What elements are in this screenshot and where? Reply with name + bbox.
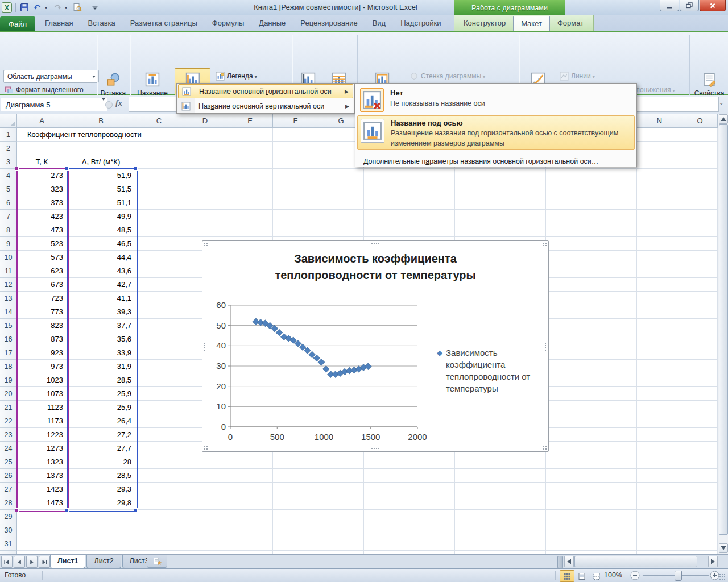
cell[interactable] — [592, 523, 637, 537]
cell[interactable] — [546, 196, 592, 210]
cell[interactable] — [364, 196, 410, 210]
cell[interactable] — [135, 169, 183, 182]
cell[interactable] — [17, 523, 67, 537]
redo-dropdown[interactable]: ▾ — [65, 2, 70, 13]
cell[interactable] — [364, 483, 410, 496]
cell[interactable] — [183, 182, 228, 196]
cell[interactable] — [273, 223, 318, 237]
cell[interactable] — [682, 496, 718, 510]
cell[interactable] — [592, 455, 637, 469]
cell[interactable] — [273, 469, 318, 483]
cell[interactable] — [546, 223, 592, 237]
cell[interactable] — [500, 196, 546, 210]
cell[interactable] — [500, 223, 546, 237]
cell[interactable] — [546, 537, 592, 551]
cell[interactable] — [318, 496, 364, 510]
cell[interactable] — [682, 237, 718, 251]
cell[interactable] — [318, 523, 364, 537]
page-break-view-button[interactable] — [589, 570, 604, 582]
cell[interactable] — [135, 401, 183, 414]
cell[interactable] — [183, 483, 228, 496]
cell[interactable] — [637, 278, 682, 292]
cell[interactable] — [546, 305, 592, 319]
cell[interactable] — [67, 142, 135, 155]
cell[interactable]: 1273 — [17, 442, 67, 455]
cell[interactable]: 1373 — [17, 469, 67, 483]
row-header[interactable]: 16 — [0, 332, 17, 346]
cell[interactable] — [228, 169, 273, 182]
cell[interactable] — [546, 210, 592, 223]
cell[interactable]: 273 — [17, 169, 67, 182]
cell[interactable] — [318, 469, 364, 483]
data-point-marker[interactable] — [276, 329, 283, 336]
cell[interactable] — [592, 196, 637, 210]
cell[interactable] — [364, 182, 410, 196]
cell[interactable] — [318, 182, 364, 196]
cell[interactable]: 1473 — [17, 496, 67, 510]
cell[interactable]: 46,5 — [67, 237, 135, 251]
cell[interactable] — [592, 305, 637, 319]
cell[interactable] — [135, 278, 183, 292]
selection-handle[interactable] — [134, 508, 138, 512]
cell[interactable] — [592, 223, 637, 237]
row-header[interactable]: 18 — [0, 360, 17, 373]
cell[interactable] — [637, 142, 682, 155]
sheet-tab[interactable]: Лист1 — [50, 555, 85, 568]
cell[interactable]: 723 — [17, 292, 67, 305]
cell[interactable] — [546, 401, 592, 414]
page-layout-view-button[interactable] — [574, 570, 589, 582]
cell[interactable] — [135, 142, 183, 155]
cell[interactable]: 623 — [17, 264, 67, 278]
resize-grip[interactable] — [719, 573, 726, 580]
cell[interactable]: 1323 — [17, 455, 67, 469]
cell[interactable]: 43,6 — [67, 264, 135, 278]
cell[interactable] — [546, 346, 592, 360]
cell[interactable]: 26,4 — [67, 414, 135, 428]
cell[interactable] — [183, 455, 228, 469]
cell[interactable] — [17, 537, 67, 551]
chart-legend[interactable]: ◆ Зависимостькоэффициентатеплопроводност… — [437, 347, 530, 394]
column-header[interactable]: O — [682, 114, 718, 128]
cell[interactable] — [682, 523, 718, 537]
ribbon-tab[interactable]: Разметка страницы — [123, 15, 205, 31]
cell[interactable] — [318, 510, 364, 523]
row-header[interactable]: 2 — [0, 142, 17, 155]
horizontal-scrollbar-thumb[interactable] — [574, 556, 697, 567]
cell[interactable] — [318, 196, 364, 210]
horizontal-scrollbar[interactable] — [564, 556, 718, 567]
ribbon-tab[interactable]: Главная — [38, 15, 80, 31]
scroll-right-button[interactable] — [708, 556, 718, 567]
cell[interactable] — [364, 210, 410, 223]
cell[interactable] — [682, 251, 718, 264]
cell[interactable] — [682, 142, 718, 155]
cell[interactable] — [273, 155, 318, 169]
cell[interactable] — [228, 510, 273, 523]
cell[interactable] — [135, 332, 183, 346]
row-header[interactable]: 24 — [0, 442, 17, 455]
cell[interactable] — [637, 346, 682, 360]
selection-handle[interactable] — [15, 508, 19, 512]
cell[interactable] — [318, 537, 364, 551]
cell[interactable] — [410, 469, 455, 483]
cell[interactable] — [228, 223, 273, 237]
cell[interactable] — [592, 360, 637, 373]
cell[interactable] — [183, 169, 228, 182]
close-button[interactable] — [700, 0, 726, 11]
cell[interactable] — [455, 523, 500, 537]
cell[interactable]: 41,1 — [67, 292, 135, 305]
cell[interactable] — [682, 292, 718, 305]
cell[interactable] — [273, 455, 318, 469]
cell[interactable] — [592, 387, 637, 401]
print-preview-button[interactable] — [72, 2, 83, 13]
cell[interactable] — [500, 523, 546, 537]
cell[interactable] — [682, 169, 718, 182]
excel-app-icon[interactable]: X — [1, 2, 13, 13]
cell[interactable] — [455, 510, 500, 523]
cell[interactable] — [228, 483, 273, 496]
cell[interactable] — [637, 373, 682, 387]
cell[interactable] — [637, 360, 682, 373]
name-box[interactable]: Диаграмма 5 — [1, 98, 107, 111]
row-header[interactable]: 10 — [0, 251, 17, 264]
cell[interactable] — [228, 210, 273, 223]
insert-function-button[interactable]: fx — [115, 99, 122, 108]
